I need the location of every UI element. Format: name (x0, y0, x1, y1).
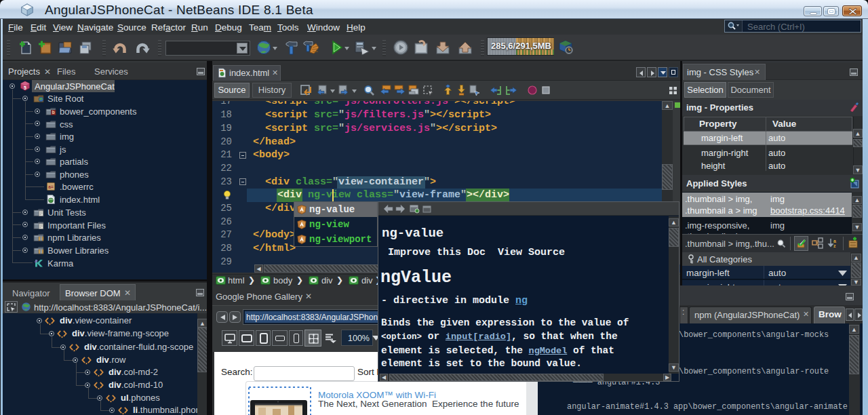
svg-text:a: a (833, 239, 836, 243)
svg-text:z: z (833, 243, 836, 248)
